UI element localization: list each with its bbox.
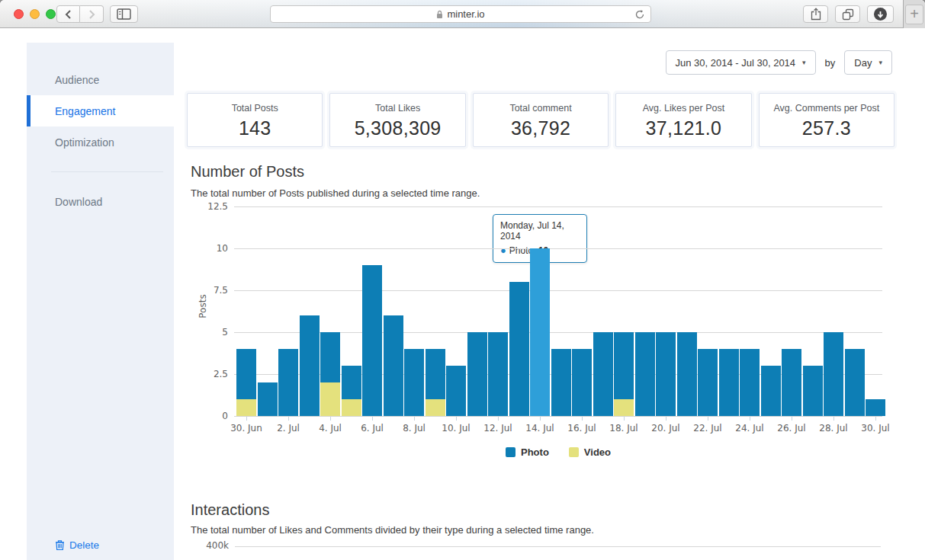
bar-segment-photo[interactable] xyxy=(342,366,361,399)
bar-segment-video[interactable] xyxy=(426,399,445,416)
x-axis-tick xyxy=(833,417,834,421)
sidebar-item-optimization[interactable]: Optimization xyxy=(27,126,174,158)
sidebar-toggle-button[interactable] xyxy=(110,5,138,23)
bar-segment-photo[interactable] xyxy=(446,366,466,416)
bar-segment-photo[interactable] xyxy=(698,349,718,416)
legend-item-photo[interactable]: Photo xyxy=(506,446,549,458)
y-axis-tick-label: 10 xyxy=(190,243,228,254)
x-axis-tick-label: 22. Jul xyxy=(685,423,731,434)
bar-segment-photo[interactable] xyxy=(258,382,278,416)
bar-segment-photo[interactable] xyxy=(719,349,739,416)
gridline xyxy=(234,248,882,249)
chevron-right-icon xyxy=(88,9,96,20)
sidebar-item-audience[interactable]: Audience xyxy=(27,64,174,95)
show-tabs-button[interactable] xyxy=(835,5,860,23)
delete-report-link[interactable]: Delete xyxy=(27,539,174,551)
zoom-window-button[interactable] xyxy=(46,9,56,19)
y-axis-tick-label: 5 xyxy=(190,327,228,338)
x-axis-tick-label: 14. Jul xyxy=(517,423,563,434)
bar-segment-photo[interactable] xyxy=(635,332,655,416)
bar-segment-video[interactable] xyxy=(614,399,634,416)
address-bar[interactable]: minter.io xyxy=(270,5,651,23)
nav-buttons xyxy=(56,5,104,23)
section-title-interactions: Interactions xyxy=(191,501,269,519)
granularity-select[interactable]: Day ▾ xyxy=(844,50,892,75)
x-axis-tick-label: 18. Jul xyxy=(601,423,647,434)
sidebar-item-download[interactable]: Download xyxy=(27,186,174,217)
x-axis-tick xyxy=(498,417,499,421)
bar-segment-photo[interactable] xyxy=(782,349,801,416)
stat-card: Total Posts143 xyxy=(187,93,323,147)
x-axis-tick-label: 20. Jul xyxy=(643,423,689,434)
minimize-window-button[interactable] xyxy=(30,9,40,19)
bar-segment-photo[interactable] xyxy=(278,349,298,416)
bar-segment-photo[interactable] xyxy=(656,332,676,416)
back-button[interactable] xyxy=(56,5,80,23)
share-icon xyxy=(811,8,821,21)
sidebar-item-label: Audience xyxy=(55,74,99,86)
chevron-down-icon: ▾ xyxy=(802,59,806,66)
bar-segment-photo[interactable] xyxy=(236,349,256,399)
bar-segment-photo[interactable] xyxy=(614,332,634,399)
bar-segment-video[interactable] xyxy=(342,399,361,416)
bar-segment-photo[interactable] xyxy=(593,332,613,416)
date-range-select[interactable]: Jun 30, 2014 - Jul 30, 2014 ▾ xyxy=(666,50,816,75)
bar-segment-photo[interactable] xyxy=(530,248,550,416)
chart-legend: PhotoVideo xyxy=(234,446,882,458)
bar-segment-photo[interactable] xyxy=(845,349,865,416)
sidebar-item-engagement[interactable]: Engagement xyxy=(27,95,174,126)
bar-segment-photo[interactable] xyxy=(677,332,697,416)
new-tab-button[interactable]: + xyxy=(905,5,923,24)
stat-card-value: 36,792 xyxy=(474,117,608,139)
close-window-button[interactable] xyxy=(14,9,24,19)
x-axis-tick xyxy=(330,417,331,421)
y-axis-tick-label: 0 xyxy=(190,411,228,421)
x-axis-tick xyxy=(875,417,876,421)
bar-segment-photo[interactable] xyxy=(362,265,382,416)
bar-segment-video[interactable] xyxy=(236,399,256,416)
forward-button[interactable] xyxy=(80,5,104,23)
x-axis-tick xyxy=(372,417,373,421)
lock-icon xyxy=(436,10,443,19)
x-axis-tick xyxy=(582,417,583,421)
bar-segment-photo[interactable] xyxy=(824,332,843,416)
stat-card-label: Avg. Comments per Post xyxy=(760,103,894,114)
bar-segment-photo[interactable] xyxy=(488,332,508,416)
share-button[interactable] xyxy=(803,5,828,23)
sidebar-item-label: Optimization xyxy=(55,136,114,149)
bar-segment-photo[interactable] xyxy=(404,349,424,416)
stats-row: Total Posts143Total Likes5,308,309Total … xyxy=(187,93,894,147)
bar-segment-photo[interactable] xyxy=(803,366,823,416)
bar-segment-video[interactable] xyxy=(320,382,340,416)
bar-segment-photo[interactable] xyxy=(551,349,571,416)
bar-segment-photo[interactable] xyxy=(572,349,592,416)
bar-segment-photo[interactable] xyxy=(761,366,781,416)
bar-segment-photo[interactable] xyxy=(467,332,487,416)
x-axis-tick xyxy=(456,417,457,421)
reload-icon xyxy=(634,9,645,20)
bar-segment-photo[interactable] xyxy=(740,349,760,416)
bar-segment-photo[interactable] xyxy=(426,349,445,399)
tooltip-date: Monday, Jul 14, 2014 xyxy=(500,220,580,242)
downloads-button[interactable] xyxy=(867,5,894,23)
x-axis-tick xyxy=(708,417,708,421)
x-axis-tick xyxy=(624,417,625,421)
by-label: by xyxy=(825,57,836,69)
posts-chart: Posts PhotoVideo Monday, Jul 14, 2014 ●P… xyxy=(191,200,892,467)
bar-segment-photo[interactable] xyxy=(866,399,885,416)
stat-card-value: 37,121.0 xyxy=(616,117,750,139)
stat-card: Total Likes5,308,309 xyxy=(329,93,465,147)
bar-segment-photo[interactable] xyxy=(509,282,529,416)
bar-segment-photo[interactable] xyxy=(300,315,320,416)
legend-item-video[interactable]: Video xyxy=(569,446,611,458)
main-area: Jun 30, 2014 - Jul 30, 2014 ▾ by Day ▾ T… xyxy=(187,29,925,560)
bar-segment-photo[interactable] xyxy=(320,332,340,382)
interactions-y-axis-label: 400k xyxy=(191,540,229,551)
bar-segment-photo[interactable] xyxy=(384,315,403,416)
reload-button[interactable] xyxy=(634,9,645,20)
sidebar: AudienceEngagementOptimizationDownload D… xyxy=(27,43,174,560)
y-axis-tick-label: 2.5 xyxy=(190,369,228,379)
x-axis-tick-label: 6. Jul xyxy=(349,423,395,434)
sidebar-divider xyxy=(51,171,163,172)
x-axis-tick-label: 26. Jul xyxy=(769,423,814,434)
